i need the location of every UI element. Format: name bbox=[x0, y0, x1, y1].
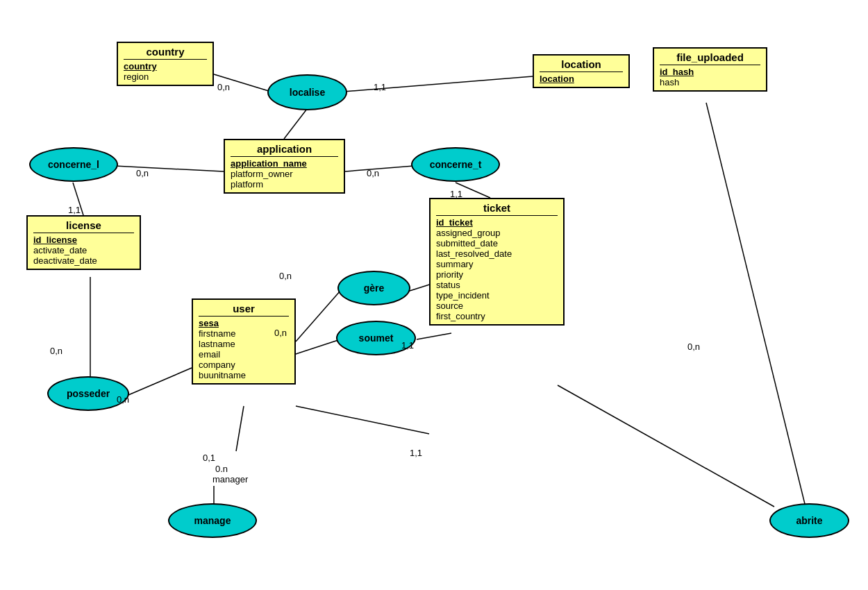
entity-country-title: country bbox=[124, 46, 207, 60]
relation-soumet-label: soumet bbox=[359, 332, 394, 344]
entity-ticket-attr-7: type_incident bbox=[436, 290, 558, 301]
entity-application: application application_name platform_ow… bbox=[224, 139, 345, 194]
card-user-gere: 0,n bbox=[279, 271, 292, 281]
entity-ticket-attr-4: summary bbox=[436, 259, 558, 269]
entity-user-title: user bbox=[199, 303, 289, 317]
entity-user-attr-4: company bbox=[199, 360, 289, 370]
svg-line-12 bbox=[128, 368, 192, 395]
entity-file-uploaded-title: file_uploaded bbox=[660, 51, 760, 65]
relation-gere-label: gère bbox=[364, 283, 385, 294]
relation-posseder-label: posseder bbox=[67, 388, 110, 399]
card-license-concerne-l: 1,1 bbox=[68, 205, 81, 215]
card-app-concerne-l: 0,n bbox=[136, 168, 149, 178]
svg-line-13 bbox=[236, 406, 244, 451]
entity-application-title: application bbox=[231, 143, 338, 157]
card-user-ticket: 1,1 bbox=[410, 448, 422, 458]
entity-user-attr-2: lastname bbox=[199, 339, 289, 349]
entity-license-attr-1: activate_date bbox=[33, 245, 134, 255]
relation-concerne-t-label: concerne_t bbox=[430, 159, 482, 170]
svg-line-10 bbox=[417, 333, 451, 339]
entity-ticket-attr-5: priority bbox=[436, 269, 558, 280]
entity-application-attr-2: platform bbox=[231, 179, 338, 189]
entity-ticket-attr-6: status bbox=[436, 280, 558, 290]
entity-user-attr-5: buunitname bbox=[199, 370, 289, 380]
entity-user: user sesa firstname lastname email compa… bbox=[192, 298, 296, 385]
svg-line-9 bbox=[296, 339, 340, 354]
svg-line-16 bbox=[706, 103, 806, 507]
entity-ticket-attr-1: assigned_group bbox=[436, 228, 558, 238]
card-license-posseder: 0,n bbox=[50, 346, 62, 356]
relation-manage: manage bbox=[168, 503, 257, 538]
entity-application-pk: application_name bbox=[231, 158, 338, 169]
card-ticket-soumet: 1,1 bbox=[401, 340, 414, 351]
svg-line-5 bbox=[345, 166, 414, 171]
entity-file-uploaded: file_uploaded id_hash hash bbox=[653, 47, 767, 92]
relation-manage-label: manage bbox=[194, 515, 231, 526]
svg-line-2 bbox=[284, 109, 307, 139]
card-manage-manager: manager bbox=[212, 474, 248, 484]
svg-line-1 bbox=[344, 76, 533, 92]
svg-line-3 bbox=[115, 166, 224, 171]
entity-user-attr-3: email bbox=[199, 349, 289, 360]
entity-ticket-attr-9: first_country bbox=[436, 311, 558, 321]
entity-country-pk: country bbox=[124, 61, 207, 71]
entity-file-uploaded-attr-hash: hash bbox=[660, 77, 760, 87]
card-ticket-concerne-t: 1,1 bbox=[450, 189, 462, 199]
entity-ticket-pk: id_ticket bbox=[436, 217, 558, 228]
entity-file-uploaded-pk: id_hash bbox=[660, 67, 760, 77]
svg-line-7 bbox=[296, 291, 340, 342]
svg-line-17 bbox=[558, 385, 774, 507]
card-user-soumet: 0,n bbox=[274, 328, 287, 338]
relation-concerne-l-label: concerne_l bbox=[48, 159, 99, 170]
entity-application-attr-1: platform_owner bbox=[231, 169, 338, 179]
entity-license-title: license bbox=[33, 219, 134, 233]
entity-ticket-title: ticket bbox=[436, 202, 558, 216]
relation-posseder: posseder bbox=[47, 376, 129, 411]
relation-localise: localise bbox=[267, 74, 347, 110]
svg-line-15 bbox=[296, 406, 429, 434]
card-app-concerne-t: 0,n bbox=[367, 168, 379, 178]
entity-license-pk: id_license bbox=[33, 235, 134, 245]
entity-location: location location bbox=[533, 54, 630, 88]
card-abrite-file: 0,n bbox=[687, 342, 700, 352]
relation-concerne-t: concerne_t bbox=[411, 147, 500, 182]
relation-concerne-l: concerne_l bbox=[29, 147, 118, 182]
entity-location-pk: location bbox=[540, 74, 623, 84]
entity-user-pk: sesa bbox=[199, 318, 289, 328]
card-user-manage-top: 0,1 bbox=[203, 453, 215, 463]
card-user-posseder: 0,n bbox=[117, 394, 129, 405]
entity-license-attr-2: deactivate_date bbox=[33, 255, 134, 266]
entity-ticket-attr-2: submitted_date bbox=[436, 238, 558, 248]
entity-ticket-attr-8: source bbox=[436, 301, 558, 311]
relation-abrite: abrite bbox=[769, 503, 849, 538]
er-diagram: country country region location location… bbox=[0, 0, 868, 590]
entity-location-title: location bbox=[540, 58, 623, 72]
relation-localise-label: localise bbox=[290, 87, 325, 98]
card-user-manage-bottom: 0.n bbox=[215, 464, 228, 474]
entity-ticket: ticket id_ticket assigned_group submitte… bbox=[429, 198, 565, 326]
entity-country: country country region bbox=[117, 42, 214, 86]
card-country-localise: 0,n bbox=[217, 82, 230, 92]
entity-country-attr-region: region bbox=[124, 71, 207, 82]
relation-abrite-label: abrite bbox=[796, 515, 822, 526]
card-localise-location: 1,1 bbox=[374, 82, 386, 92]
entity-license: license id_license activate_date deactiv… bbox=[26, 215, 141, 270]
entity-ticket-attr-3: last_resolved_date bbox=[436, 248, 558, 259]
relation-gere: gère bbox=[337, 271, 410, 305]
